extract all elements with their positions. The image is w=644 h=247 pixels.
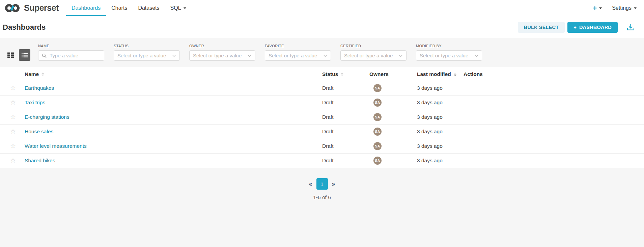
owner-avatar: SA bbox=[373, 157, 382, 165]
chevron-down-icon bbox=[399, 54, 403, 57]
status-filter-select[interactable]: Select or type a value bbox=[114, 50, 180, 61]
chevron-down-icon bbox=[634, 7, 637, 9]
pagination-prev-button[interactable]: « bbox=[309, 181, 312, 188]
filter-name: NAME bbox=[38, 44, 104, 61]
owner-avatar: SA bbox=[373, 113, 382, 121]
import-dashboard-button[interactable] bbox=[627, 24, 635, 31]
table-row: ☆ Earthquakes Draft SA 3 days ago bbox=[0, 81, 644, 95]
table-header-row: Name Status Owners Last modified Actions bbox=[0, 67, 644, 81]
owner-avatar: SA bbox=[373, 84, 382, 92]
status-cell: Draft bbox=[322, 129, 369, 135]
bulk-select-button[interactable]: BULK SELECT bbox=[518, 22, 565, 33]
row-count-summary: 1-6 of 6 bbox=[0, 194, 644, 200]
chevron-down-icon bbox=[474, 54, 478, 57]
nav-item-charts[interactable]: Charts bbox=[106, 0, 133, 16]
last-modified-cell: 3 days ago bbox=[417, 129, 464, 135]
table-row: ☆ Shared bikes Draft SA 3 days ago bbox=[0, 154, 644, 168]
list-view-toggle[interactable] bbox=[19, 49, 30, 61]
navbar-right: + Settings bbox=[593, 0, 637, 16]
plus-icon: + bbox=[593, 4, 597, 11]
last-modified-cell: 3 days ago bbox=[417, 114, 464, 120]
nav-item-datasets[interactable]: Datasets bbox=[133, 0, 165, 16]
status-cell: Draft bbox=[322, 158, 369, 164]
sort-icon bbox=[341, 73, 343, 76]
new-dashboard-button[interactable]: + DASHBOARD bbox=[567, 22, 618, 33]
column-header-last-modified[interactable]: Last modified bbox=[417, 71, 464, 77]
favorite-star-icon[interactable]: ☆ bbox=[10, 84, 16, 91]
chevron-down-icon bbox=[248, 54, 252, 57]
page-title: Dashboards bbox=[3, 23, 46, 32]
dashboard-link[interactable]: Earthquakes bbox=[25, 85, 54, 91]
pagination-next-button[interactable]: » bbox=[332, 181, 335, 188]
top-navbar: Superset Dashboards Charts Datasets SQL … bbox=[0, 0, 644, 16]
list-toolbar: NAME STATUS Select or type a value bbox=[0, 38, 644, 61]
filter-modified-by: MODIFIED BY Select or type a value bbox=[416, 44, 482, 61]
filter-status: STATUS Select or type a value bbox=[114, 44, 180, 61]
favorite-star-icon[interactable]: ☆ bbox=[10, 142, 16, 149]
dashboard-link[interactable]: E-charging stations bbox=[25, 114, 69, 120]
column-header-name[interactable]: Name bbox=[25, 71, 322, 77]
name-filter-input[interactable] bbox=[49, 52, 101, 59]
favorite-star-icon[interactable]: ☆ bbox=[10, 128, 16, 135]
modified-by-filter-select[interactable]: Select or type a value bbox=[416, 50, 482, 61]
sort-desc-icon bbox=[454, 73, 456, 76]
filter-bar: NAME STATUS Select or type a value bbox=[38, 44, 482, 61]
chevron-down-icon bbox=[172, 54, 176, 57]
owner-avatar: SA bbox=[373, 128, 382, 136]
favorite-filter-select[interactable]: Select or type a value bbox=[265, 50, 331, 61]
card-view-toggle[interactable] bbox=[5, 49, 16, 61]
dashboard-link[interactable]: Shared bikes bbox=[25, 158, 55, 163]
sort-icon bbox=[41, 73, 44, 76]
last-modified-cell: 3 days ago bbox=[417, 85, 464, 91]
view-mode-toggles bbox=[5, 49, 30, 61]
status-cell: Draft bbox=[322, 100, 369, 106]
name-filter-input-wrap bbox=[38, 50, 104, 61]
list-view-icon bbox=[22, 53, 28, 58]
superset-infinity-icon bbox=[4, 3, 21, 13]
owner-avatar: SA bbox=[373, 99, 382, 107]
favorite-star-icon[interactable]: ☆ bbox=[10, 113, 16, 120]
status-cell: Draft bbox=[322, 143, 369, 149]
download-icon bbox=[627, 24, 635, 31]
search-icon bbox=[42, 53, 47, 58]
status-cell: Draft bbox=[322, 85, 369, 91]
pagination-page-1[interactable]: 1 bbox=[316, 178, 328, 190]
grid-view-icon bbox=[7, 52, 14, 58]
table-row: ☆ Taxi trips Draft SA 3 days ago bbox=[0, 95, 644, 110]
main-nav: Dashboards Charts Datasets SQL bbox=[66, 0, 192, 16]
table-row: ☆ E-charging stations Draft SA 3 days ag… bbox=[0, 110, 644, 125]
last-modified-cell: 3 days ago bbox=[417, 158, 464, 164]
page-actions: BULK SELECT + DASHBOARD bbox=[518, 22, 635, 33]
column-header-status[interactable]: Status bbox=[322, 71, 369, 77]
table-row: ☆ House sales Draft SA 3 days ago bbox=[0, 125, 644, 139]
nav-item-sql[interactable]: SQL bbox=[165, 0, 192, 16]
plus-icon: + bbox=[573, 25, 577, 30]
pagination: « 1 » bbox=[0, 178, 644, 190]
settings-menu[interactable]: Settings bbox=[612, 5, 637, 11]
page-header: Dashboards BULK SELECT + DASHBOARD bbox=[0, 16, 644, 38]
chevron-down-icon bbox=[323, 54, 327, 57]
last-modified-cell: 3 days ago bbox=[417, 100, 464, 106]
table-row: ☆ Water level measurements Draft SA 3 da… bbox=[0, 139, 644, 154]
superset-logo[interactable]: Superset bbox=[4, 0, 59, 16]
column-header-owners: Owners bbox=[369, 71, 417, 77]
favorite-star-icon[interactable]: ☆ bbox=[10, 157, 16, 164]
dashboard-link[interactable]: House sales bbox=[25, 129, 53, 134]
status-cell: Draft bbox=[322, 114, 369, 120]
chevron-down-icon bbox=[599, 7, 602, 9]
new-item-menu[interactable]: + bbox=[593, 4, 602, 11]
certified-filter-select[interactable]: Select or type a value bbox=[340, 50, 407, 61]
favorite-star-icon[interactable]: ☆ bbox=[10, 99, 16, 106]
nav-item-dashboards[interactable]: Dashboards bbox=[66, 0, 106, 16]
chevron-down-icon bbox=[184, 7, 186, 9]
owner-filter-select[interactable]: Select or type a value bbox=[189, 50, 255, 61]
filter-favorite: FAVORITE Select or type a value bbox=[265, 44, 331, 61]
filter-owner: OWNER Select or type a value bbox=[189, 44, 255, 61]
last-modified-cell: 3 days ago bbox=[417, 143, 464, 149]
dashboard-link[interactable]: Taxi trips bbox=[25, 100, 45, 105]
dashboards-table: Name Status Owners Last modified Actions… bbox=[0, 67, 644, 168]
filter-certified: CERTIFIED Select or type a value bbox=[340, 44, 407, 61]
dashboard-link[interactable]: Water level measurements bbox=[25, 143, 87, 149]
brand-name: Superset bbox=[24, 3, 59, 13]
owner-avatar: SA bbox=[373, 142, 382, 150]
